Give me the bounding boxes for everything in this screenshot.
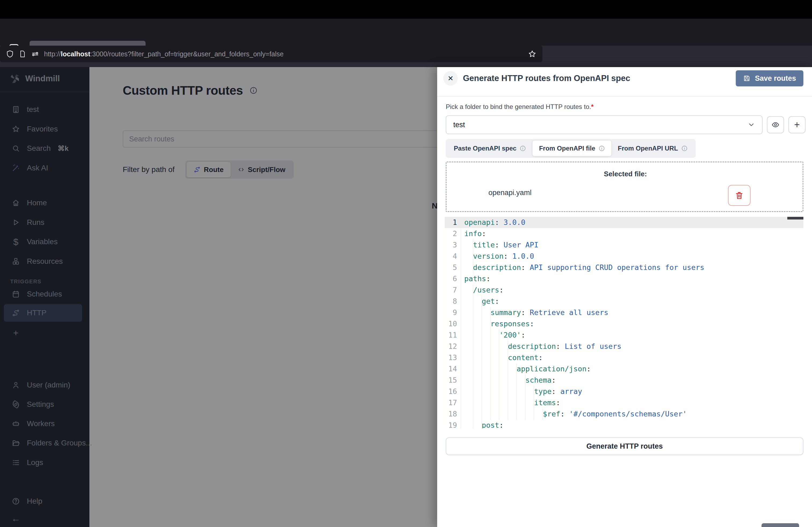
url-bar[interactable]: http://localhost:3000/routes?filter_path… bbox=[0, 46, 542, 62]
line-number: 18 bbox=[445, 408, 461, 420]
line-number: 17 bbox=[445, 397, 461, 408]
code-line[interactable]: 14application/json: bbox=[445, 363, 803, 375]
code-text: paths: bbox=[461, 273, 491, 284]
line-number: 4 bbox=[445, 251, 461, 262]
code-line[interactable]: 11'200': bbox=[445, 330, 803, 341]
eye-icon bbox=[771, 121, 780, 129]
code-line[interactable]: 16type: array bbox=[445, 386, 803, 397]
code-line[interactable]: 8get: bbox=[445, 296, 803, 307]
code-line[interactable]: 10responses: bbox=[445, 318, 803, 330]
folder-select-value: test bbox=[453, 121, 465, 129]
line-number: 3 bbox=[445, 239, 461, 251]
code-line[interactable]: 5description: API supporting CRUD operat… bbox=[445, 262, 803, 273]
code-text: description: API supporting CRUD operati… bbox=[461, 262, 704, 273]
permissions-icon[interactable] bbox=[31, 50, 39, 58]
code-line[interactable]: 17items: bbox=[445, 397, 803, 408]
file-drop-zone[interactable]: Selected file: openapi.yaml bbox=[446, 162, 803, 212]
openapi-code-editor[interactable]: 1openapi: 3.0.02info:3title: User API4ve… bbox=[445, 217, 803, 428]
selected-file-heading: Selected file: bbox=[447, 170, 804, 178]
line-number: 5 bbox=[445, 262, 461, 273]
line-number: 12 bbox=[445, 341, 461, 352]
line-number: 8 bbox=[445, 296, 461, 307]
code-text: post: bbox=[461, 420, 504, 428]
code-text: schema: bbox=[461, 375, 556, 386]
code-text: version: 1.0.0 bbox=[461, 251, 534, 262]
source-tabs: Paste OpenAPI specFrom OpenAPI fileFrom … bbox=[446, 139, 696, 158]
tab-label: From OpenAPI file bbox=[539, 145, 595, 152]
edit-route-button[interactable]: Edit bbox=[762, 523, 799, 527]
plus-icon: + bbox=[794, 120, 800, 130]
line-number: 6 bbox=[445, 273, 461, 284]
view-folder-button[interactable] bbox=[767, 116, 784, 133]
chevron-down-icon bbox=[748, 121, 755, 129]
editor-scrollbar-thumb[interactable] bbox=[787, 217, 803, 220]
tab-from-openapi-url[interactable]: From OpenAPI URL bbox=[611, 140, 694, 156]
info-icon[interactable] bbox=[598, 145, 605, 152]
line-number: 15 bbox=[445, 375, 461, 386]
remove-file-button[interactable] bbox=[728, 185, 751, 206]
info-icon[interactable] bbox=[520, 145, 526, 152]
code-text: /users: bbox=[461, 284, 504, 296]
code-line[interactable]: 12description: List of users bbox=[445, 341, 803, 352]
app-page: Windmill testFavoritesSearch⌘kAsk AIHome… bbox=[0, 67, 812, 527]
tab-label: From OpenAPI URL bbox=[618, 145, 678, 152]
add-folder-button[interactable]: + bbox=[788, 116, 806, 133]
trash-icon bbox=[735, 191, 744, 200]
line-number: 9 bbox=[445, 307, 461, 318]
code-line[interactable]: 15schema: bbox=[445, 375, 803, 386]
browser-toolbar: http://localhost:3000/routes?filter_path… bbox=[0, 46, 812, 67]
code-line[interactable]: 3title: User API bbox=[445, 239, 803, 251]
code-line[interactable]: 1openapi: 3.0.0 bbox=[445, 217, 803, 228]
drawer-divider bbox=[437, 96, 812, 96]
code-text: '200': bbox=[461, 330, 525, 341]
line-number: 19 bbox=[445, 420, 461, 428]
line-number: 11 bbox=[445, 330, 461, 341]
line-number: 1 bbox=[445, 217, 461, 228]
tab-paste-openapi-spec[interactable]: Paste OpenAPI spec bbox=[447, 140, 533, 156]
folder-select[interactable]: test bbox=[446, 115, 763, 134]
url-text[interactable]: http://localhost:3000/routes?filter_path… bbox=[44, 50, 523, 58]
line-number: 14 bbox=[445, 363, 461, 375]
tab-label: Paste OpenAPI spec bbox=[454, 145, 516, 152]
code-line[interactable]: 19post: bbox=[445, 420, 803, 428]
shield-icon[interactable] bbox=[6, 50, 14, 58]
page-info-icon[interactable] bbox=[19, 50, 26, 58]
line-number: 2 bbox=[445, 228, 461, 239]
code-text: $ref: '#/components/schemas/User' bbox=[461, 408, 687, 420]
line-number: 10 bbox=[445, 318, 461, 330]
code-line[interactable]: 18$ref: '#/components/schemas/User' bbox=[445, 408, 803, 420]
code-line[interactable]: 6paths: bbox=[445, 273, 803, 284]
code-text: summary: Retrieve all users bbox=[461, 307, 608, 318]
route-name: GET users bbox=[446, 525, 487, 527]
bookmark-star-icon[interactable] bbox=[528, 50, 536, 58]
line-number: 7 bbox=[445, 284, 461, 296]
drawer-close-button[interactable]: ✕ bbox=[443, 71, 458, 86]
openapi-drawer: ✕ Generate HTTP routes from OpenAPI spec… bbox=[437, 67, 812, 527]
code-text: description: List of users bbox=[461, 341, 621, 352]
code-line[interactable]: 4version: 1.0.0 bbox=[445, 251, 803, 262]
tab-from-openapi-file[interactable]: From OpenAPI file bbox=[533, 140, 611, 156]
screenshot-root: HTTP triggers | Windmill ✕ + bbox=[0, 0, 812, 527]
code-text: openapi: 3.0.0 bbox=[461, 217, 525, 228]
code-text: info: bbox=[461, 228, 486, 239]
code-text: type: array bbox=[461, 386, 582, 397]
save-routes-button[interactable]: Save routes bbox=[736, 70, 803, 86]
code-text: title: User API bbox=[461, 239, 538, 251]
code-text: responses: bbox=[461, 318, 534, 330]
folder-label: Pick a folder to bind the generated HTTP… bbox=[446, 103, 594, 110]
drawer-title: Generate HTTP routes from OpenAPI spec bbox=[463, 74, 630, 83]
code-line[interactable]: 2info: bbox=[445, 228, 803, 239]
code-text: application/json: bbox=[461, 363, 591, 375]
line-number: 13 bbox=[445, 352, 461, 363]
code-text: get: bbox=[461, 296, 499, 307]
code-line[interactable]: 7/users: bbox=[445, 284, 803, 296]
code-text: items: bbox=[461, 397, 561, 408]
line-number: 16 bbox=[445, 386, 461, 397]
code-text: content: bbox=[461, 352, 543, 363]
generate-routes-button[interactable]: Generate HTTP routes bbox=[446, 437, 803, 455]
code-line[interactable]: 9summary: Retrieve all users bbox=[445, 307, 803, 318]
info-icon[interactable] bbox=[681, 145, 688, 152]
save-icon bbox=[743, 75, 751, 82]
code-line[interactable]: 13content: bbox=[445, 352, 803, 363]
browser-tab-bar: HTTP triggers | Windmill ✕ + bbox=[0, 19, 812, 46]
